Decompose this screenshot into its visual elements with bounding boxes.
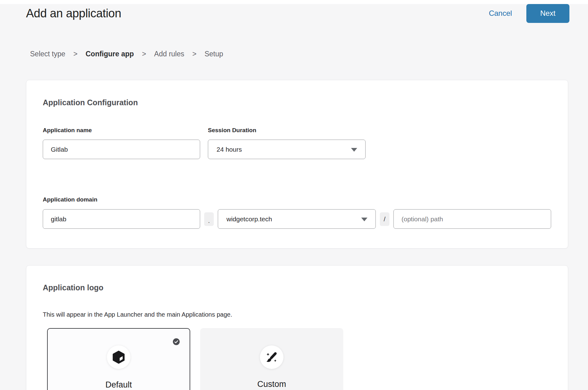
application-name-field: Application name [43, 127, 200, 159]
breadcrumb-separator: > [142, 50, 146, 58]
paintbrush-icon [265, 350, 279, 364]
session-duration-label: Session Duration [208, 127, 366, 134]
check-icon [173, 338, 180, 345]
dot-separator: . [204, 212, 214, 226]
logo-option-custom[interactable]: Custom [200, 328, 343, 390]
application-logo-card: Application logo This will appear in the… [26, 265, 568, 390]
application-domain-label: Application domain [43, 196, 551, 203]
logo-option-label: Default [48, 380, 190, 390]
logo-card-title: Application logo [43, 283, 551, 292]
domain-select[interactable]: widgetcorp.tech [218, 209, 376, 229]
logo-options-row: Default Custom [47, 328, 551, 390]
breadcrumb-step-select-type[interactable]: Select type [30, 50, 65, 58]
chevron-down-icon [361, 218, 367, 221]
cancel-button[interactable]: Cancel [487, 9, 514, 18]
selected-check-badge [173, 338, 180, 345]
session-duration-field: Session Duration 24 hours [208, 127, 366, 159]
path-input[interactable] [393, 209, 551, 229]
breadcrumb-separator: > [192, 50, 196, 58]
breadcrumb-step-configure-app[interactable]: Configure app [86, 50, 134, 58]
application-domain-field: Application domain . widgetcorp.tech / [43, 196, 551, 229]
application-domain-row: . widgetcorp.tech / [43, 209, 551, 229]
configuration-card-title: Application Configuration [43, 98, 551, 107]
cube-icon [112, 350, 126, 364]
breadcrumb-step-add-rules[interactable]: Add rules [154, 50, 184, 58]
application-configuration-card: Application Configuration Application na… [26, 80, 568, 249]
slash-separator: / [380, 212, 389, 226]
session-duration-select[interactable]: 24 hours [208, 140, 366, 159]
subdomain-input[interactable] [43, 209, 200, 229]
next-button[interactable]: Next [526, 4, 569, 23]
domain-select-value: widgetcorp.tech [226, 215, 272, 223]
page-title: Add an application [26, 7, 121, 20]
chevron-down-icon [351, 148, 357, 152]
session-duration-value: 24 hours [217, 146, 242, 153]
breadcrumb-separator: > [73, 50, 77, 58]
add-application-page: Add an application Cancel Next Select ty… [0, 0, 588, 390]
custom-icon-circle [260, 345, 283, 369]
application-name-input[interactable] [43, 140, 200, 159]
header-actions: Cancel Next [487, 4, 569, 23]
breadcrumb-step-setup[interactable]: Setup [204, 50, 223, 58]
page-header: Add an application Cancel Next [26, 4, 569, 23]
default-icon-circle [107, 345, 130, 369]
logo-option-default[interactable]: Default [47, 328, 190, 390]
breadcrumb: Select type > Configure app > Add rules … [30, 50, 223, 58]
logo-option-label: Custom [200, 379, 343, 389]
logo-card-description: This will appear in the App Launcher and… [43, 311, 551, 318]
application-name-label: Application name [43, 127, 200, 134]
name-session-row: Application name Session Duration 24 hou… [43, 127, 551, 159]
